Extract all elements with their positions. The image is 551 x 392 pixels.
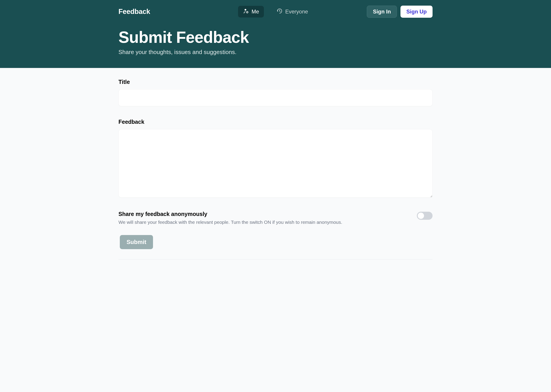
header-title-block: Submit Feedback Share your thoughts, iss… [119,20,432,68]
page-subtitle: Share your thoughts, issues and suggesti… [119,49,432,56]
anonymous-label: Share my feedback anonymously [119,211,342,217]
tab-everyone[interactable]: Everyone [272,6,313,17]
sign-up-button[interactable]: Sign Up [401,6,432,18]
tab-me[interactable]: Me [238,6,264,17]
feedback-textarea[interactable] [119,129,432,198]
timer-icon [277,8,283,15]
top-nav: Feedback Me Everyone Sign In Sign U [119,0,432,20]
person-gear-icon [243,8,249,15]
auth-buttons: Sign In Sign Up [367,6,432,18]
anonymous-text: Share my feedback anonymously We will sh… [119,211,342,225]
title-group: Title [119,79,432,106]
feedback-group: Feedback [119,119,432,198]
feedback-label: Feedback [119,119,432,125]
title-input[interactable] [119,89,432,106]
title-label: Title [119,79,432,85]
page-title: Submit Feedback [119,29,432,46]
sign-in-button[interactable]: Sign In [367,6,397,18]
nav-tabs: Me Everyone [238,6,313,17]
anonymous-toggle[interactable] [417,212,432,220]
anonymous-help: We will share your feedback with the rel… [119,220,342,225]
brand-logo[interactable]: Feedback [119,8,150,16]
tab-everyone-label: Everyone [285,8,308,15]
submit-button[interactable]: Submit [120,235,153,249]
anonymous-row: Share my feedback anonymously We will sh… [119,211,432,225]
feedback-form: Title Feedback Share my feedback anonymo… [60,68,491,259]
divider [119,259,432,259]
tab-me-label: Me [252,8,259,15]
svg-point-0 [245,9,246,11]
